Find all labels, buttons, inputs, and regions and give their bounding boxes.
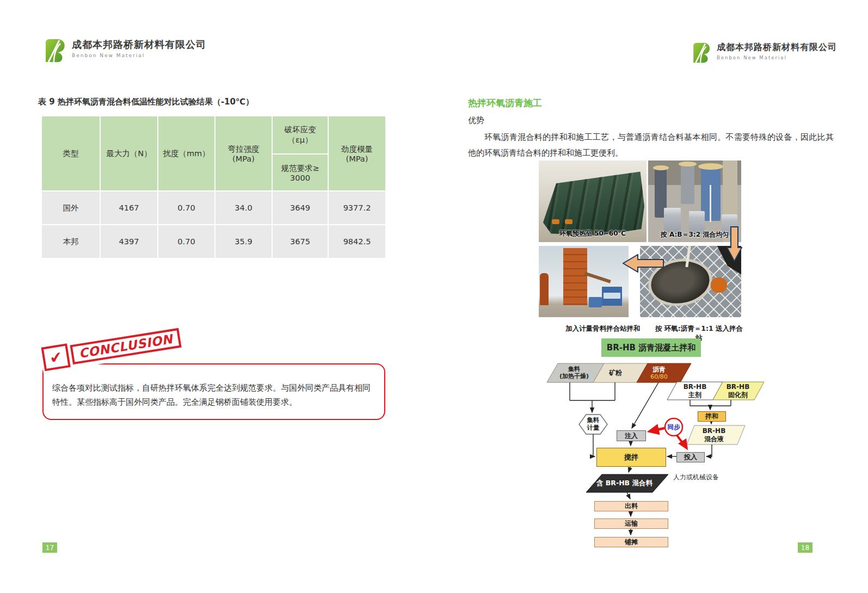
mixer-rod-shape (710, 185, 711, 222)
col-header-bend-strength: 弯拉强度 (MPa) (216, 116, 272, 190)
cell-type: 国外 (42, 192, 100, 224)
col-header-max-force: 最大力（N） (101, 116, 157, 190)
cell-type: 本邦 (42, 225, 100, 258)
conclusion-stamp-label: CONCLUSION (70, 328, 181, 365)
mixing-flowchart: BR-HB 沥青混凝土拌和 集料 (加热干燥) 矿粉 沥青 60/80 集料 计… (541, 336, 792, 553)
flow-node-mixed-liquid: BR-HB 混合液 (690, 425, 738, 444)
cell-stiffness: 9377.2 (329, 192, 385, 224)
photo-caption-preheat: 环氧预热至 50~60℃ (539, 229, 647, 238)
flow-node-transport: 运输 (594, 518, 668, 529)
table-row: 国外 4167 0.70 34.0 3649 9377.2 (42, 192, 385, 224)
col-header-type: 类型 (42, 116, 100, 190)
hat-shape (679, 162, 696, 166)
photo-caption-plant: 加入计量骨料拌合站拌和 (549, 324, 657, 333)
leaf-b-logo-icon (691, 42, 711, 64)
left-arrow-icon (623, 254, 664, 273)
cell-stiffness: 9842.5 (329, 225, 385, 258)
document-spread: 成都本邦路桥新材料有限公司 Benbon New Material 成都本邦路桥… (0, 0, 868, 593)
heater-shape (552, 219, 559, 224)
page-number-left: 17 (42, 542, 57, 553)
construction-photos: 环氧预热至 50~60℃ 按 A:B＝3:2 混合均匀 (539, 160, 741, 336)
cell-fail-strain: 3649 (273, 192, 328, 224)
asphalt-label: 沥青 (652, 366, 666, 373)
company-name-en: Benbon New Material (72, 53, 206, 58)
flow-node-mixture: 含 BR-HB 混合料 (585, 474, 664, 492)
col-header-deflection: 扰度（mm） (158, 116, 214, 190)
company-logo-right: 成都本邦路桥新材料有限公司 Benbon New Material (691, 42, 837, 64)
comparison-table: 类型 最大力（N） 扰度（mm） 弯拉强度 (MPa) 破坏应变（εμ） 劲度模… (41, 115, 386, 259)
company-logo-left: 成都本邦路桥新材料有限公司 Benbon New Material (42, 38, 206, 63)
truck-shape (589, 297, 601, 307)
cell-bend-strength: 35.9 (216, 225, 272, 258)
cabin-window-shape (604, 293, 620, 298)
conclusion-text: 综合各项对比测试指标，自研热拌环氧体系完全达到规范要求。与国外同类产品具有相同特… (52, 381, 378, 410)
company-name-cn: 成都本邦路桥新材料有限公司 (717, 42, 837, 53)
flow-node-inject: 注入 (617, 430, 646, 441)
flow-node-curing-agent: BR-HB 固化剂 (717, 382, 759, 400)
flow-node-asphalt: 沥青 60/80 (639, 365, 679, 382)
section-paragraph: 环氧沥青混合料的拌和和施工工艺，与普通沥青结合料基本相同。不需要特殊的设备，因此… (468, 129, 834, 160)
cell-bend-strength: 34.0 (216, 192, 272, 224)
flow-banner: BR-HB 沥青混凝土拌和 (601, 338, 701, 357)
tower-shape (563, 248, 588, 305)
table-row: 本邦 4397 0.70 35.9 3675 9842.5 (42, 225, 385, 258)
cell-max-force: 4167 (101, 192, 157, 224)
col-header-stiffness: 劲度模量 (MPa) (329, 116, 385, 190)
flow-node-feed: 投入 (676, 452, 705, 462)
page-number-right: 18 (798, 542, 812, 553)
tarp-shape (543, 170, 644, 236)
cell-max-force: 4397 (101, 225, 157, 258)
cell-deflection: 0.70 (158, 192, 214, 224)
cell-fail-strain: 3675 (273, 225, 328, 258)
silo-shape (540, 273, 549, 305)
section-heading: 热拌环氧沥青施工 (468, 97, 542, 109)
hat-shape (653, 165, 669, 170)
cell-deflection: 0.70 (158, 225, 214, 258)
heater-shape (565, 219, 572, 224)
worker-shape (681, 165, 695, 204)
flow-node-discharge: 出料 (594, 501, 668, 511)
hat-shape (698, 163, 723, 170)
checkmark-icon: ✔ (41, 343, 71, 371)
glove-shape (711, 277, 727, 293)
flow-node-mineral-powder: 矿粉 (596, 363, 635, 382)
company-name-cn: 成都本邦路桥新材料有限公司 (72, 38, 206, 51)
flow-node-stir: 搅拌 (596, 448, 666, 467)
down-arrow-icon (727, 226, 742, 262)
flow-node-paving: 铺摊 (594, 537, 668, 547)
section-subheading: 优势 (468, 115, 484, 126)
flow-sync-label: 同步 (665, 422, 682, 433)
leaf-b-logo-icon (42, 38, 66, 63)
flow-node-main-agent: BR-HB 主剂 (672, 382, 718, 400)
col-header-fail-strain: 破坏应变（εμ） (273, 116, 328, 153)
flow-node-aggregate-metering: 集料 计量 (579, 414, 607, 435)
flow-node-aggregate: 集料 (加热干燥) (548, 362, 600, 383)
col-header-spec-req: 规范要求≥ 3000 (273, 155, 328, 190)
conveyor-shape (584, 272, 611, 283)
sync-arrow-to-feed (677, 435, 687, 448)
bucket-shape (664, 208, 681, 232)
flow-equipment-note: 人力或机械设备 (673, 472, 744, 482)
photo-epoxy-preheating: 环氧预热至 50~60℃ (539, 160, 647, 242)
photo-mixing-plant (539, 246, 629, 317)
sync-arrow-to-inject (649, 428, 664, 431)
flow-node-blend: 拌和 (698, 411, 726, 422)
asphalt-grade-label: 60/80 (650, 374, 668, 380)
company-name-en: Benbon New Material (717, 55, 837, 60)
table-title: 表 9 热拌环氧沥青混合料低温性能对比试验结果（-10℃） (38, 97, 254, 107)
